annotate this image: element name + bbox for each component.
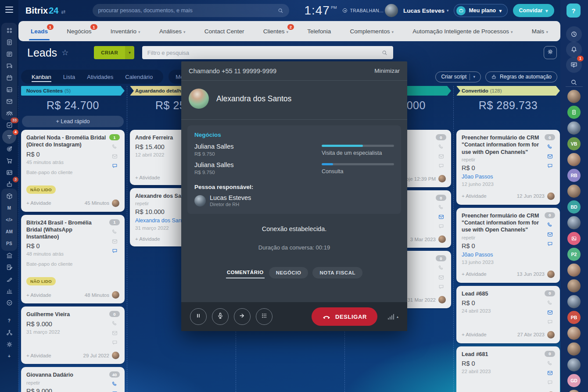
sidebar-target-icon[interactable] — [4, 143, 15, 154]
work-status[interactable]: TRABALHAN... — [343, 8, 384, 13]
minimize-button[interactable]: Minimizar — [374, 68, 400, 74]
rail-avatar[interactable] — [567, 121, 581, 135]
column-header[interactable]: Novos Clientes(5) — [21, 86, 125, 96]
lead-card[interactable]: Lead #685R$ 024 abril 20230+ Atividade27… — [456, 286, 560, 343]
phone-icon[interactable] — [438, 204, 445, 210]
lead-card[interactable]: Bitrix24 Brasil - Bromélia Bridal (Whats… — [21, 215, 125, 304]
phone-icon[interactable] — [438, 264, 445, 271]
sidebar-chevdown-icon[interactable] — [4, 297, 15, 308]
sidebar-chat2-icon[interactable] — [4, 60, 15, 71]
quick-add-lead-button[interactable]: + Lead rápido — [22, 116, 124, 127]
assignee-avatar[interactable] — [112, 200, 119, 207]
rail-avatar[interactable] — [567, 106, 581, 119]
view-tab-lista[interactable]: Lista — [63, 70, 75, 84]
rail-avatar[interactable]: GD — [567, 374, 581, 387]
sidebar-chart-icon[interactable] — [4, 285, 15, 296]
my-plan-button[interactable]: Meu plano ▾ — [454, 4, 507, 17]
nav-item-invent-rio[interactable]: Inventário▾ — [110, 22, 141, 40]
chevron-down-icon[interactable]: ▾ — [125, 46, 134, 59]
phone-icon[interactable] — [111, 143, 118, 150]
add-activity-link[interactable]: + Atividade — [26, 292, 51, 298]
sidebar-drive-icon[interactable] — [4, 84, 15, 95]
menu-icon[interactable] — [5, 7, 13, 13]
search-icon[interactable] — [381, 50, 388, 56]
filter-search[interactable] — [142, 46, 393, 59]
transfer-button[interactable] — [234, 308, 251, 325]
mail-icon[interactable] — [438, 274, 445, 281]
rail-avatar[interactable]: BD — [567, 200, 581, 214]
lead-card[interactable]: Preencher formulário de CRM "Contact inf… — [456, 130, 560, 205]
rail-avatar[interactable]: PB — [567, 311, 581, 324]
sidebar-box-icon[interactable] — [4, 190, 15, 202]
sidebar-bank-icon[interactable] — [4, 249, 15, 261]
nav-item-complementos[interactable]: Complementos▾ — [349, 22, 394, 40]
sidebar-feed-icon[interactable] — [4, 48, 15, 60]
global-search[interactable] — [93, 4, 289, 17]
rail-avatar[interactable] — [567, 90, 581, 103]
board-settings-button[interactable] — [544, 46, 557, 59]
create-script-button[interactable]: Criar script ▾ — [435, 71, 481, 82]
rail-avatar[interactable] — [567, 327, 581, 340]
sidebar-idcard-icon[interactable] — [4, 167, 15, 178]
nav-item-leads[interactable]: Leads1 — [30, 22, 49, 40]
mail-icon[interactable] — [111, 153, 118, 160]
rail-avatar[interactable] — [567, 153, 581, 166]
add-activity-link[interactable]: + Atividade — [26, 353, 51, 358]
hangup-button[interactable]: DESLIGAR — [312, 307, 377, 326]
bell-icon[interactable] — [566, 42, 582, 57]
tab-negocio[interactable]: NEGÓCIO — [269, 267, 308, 278]
phone-icon[interactable] — [547, 143, 553, 150]
rail-avatar[interactable]: VB — [567, 137, 581, 150]
messenger-icon[interactable]: 1 — [566, 57, 582, 73]
phone-icon[interactable] — [111, 228, 118, 235]
mail-icon[interactable] — [547, 153, 553, 160]
star-icon[interactable]: ☆ — [61, 48, 68, 57]
sidebar-cart-icon[interactable] — [4, 155, 15, 166]
rail-avatar[interactable] — [567, 358, 581, 371]
rail-avatar[interactable] — [567, 342, 581, 356]
phone-icon[interactable] — [438, 143, 445, 150]
add-activity-link[interactable]: + Atividade — [462, 193, 487, 199]
keypad-button[interactable] — [256, 308, 272, 325]
sidebar-ps-icon[interactable]: PS — [4, 238, 15, 249]
sidebar-code-icon[interactable]: </> — [4, 214, 15, 225]
deal-row[interactable]: Juliana Salles R$ 9.750 Visita de um esp… — [194, 143, 394, 157]
nav-item-automa-o-inteligente-de-processos[interactable]: Automação Inteligente de Processos▾ — [412, 22, 513, 40]
sidebar-market-icon[interactable]: M — [4, 202, 15, 214]
sidebar-apps-icon[interactable] — [4, 25, 15, 36]
chat-icon[interactable] — [111, 163, 118, 169]
responsible-person[interactable]: Lucas Esteves Diretor de RH — [194, 194, 394, 207]
mail-icon[interactable] — [111, 390, 118, 392]
rail-avatar[interactable] — [567, 232, 581, 245]
add-activity-link[interactable]: + Atividade — [135, 236, 160, 242]
column-header[interactable]: Convertido(128) — [456, 86, 560, 96]
user-menu[interactable]: Lucas Esteves ▾ — [403, 7, 448, 14]
search-icon[interactable] — [566, 75, 582, 90]
phone-icon[interactable] — [547, 221, 553, 228]
add-activity-link[interactable]: + Atividade — [462, 271, 487, 277]
assignee-avatar[interactable] — [547, 271, 555, 278]
chat-icon[interactable] — [438, 284, 445, 290]
lead-card[interactable]: Giovanna DadáriorepetirR$ 9.000Rafael Ya… — [21, 367, 125, 392]
deal-row[interactable]: Juliana Salles R$ 9.750 Consulta — [194, 161, 394, 175]
filter-search-input[interactable] — [147, 50, 381, 56]
sidebar-crm-icon[interactable]: 4 — [4, 131, 15, 143]
nav-item-neg-cios[interactable]: Negócios1 — [66, 22, 92, 40]
assignee-avatar[interactable] — [112, 352, 119, 359]
sidebar-mail-icon[interactable] — [4, 96, 15, 107]
global-search-input[interactable] — [98, 7, 277, 14]
lead-card[interactable]: Guilherme VieiraR$ 9.00031 março 20220+ … — [21, 306, 125, 364]
assignee-avatar[interactable] — [438, 175, 446, 182]
rail-avatar[interactable] — [567, 390, 581, 392]
mail-icon[interactable] — [438, 214, 445, 220]
lead-contact-link[interactable]: Jõao Passos — [462, 252, 541, 258]
nav-item-contact-center[interactable]: Contact Center — [204, 22, 245, 40]
chat-icon[interactable] — [547, 379, 553, 386]
tab-comentario[interactable]: COMENTÁRIO — [226, 267, 265, 278]
nav-item-telefonia[interactable]: Telefonia — [306, 22, 332, 40]
mail-icon[interactable] — [111, 238, 118, 245]
mail-icon[interactable] — [111, 330, 118, 336]
mail-icon[interactable] — [547, 370, 553, 376]
lead-contact-link[interactable]: Jõao Passos — [462, 174, 541, 180]
chat-icon[interactable] — [547, 319, 553, 325]
